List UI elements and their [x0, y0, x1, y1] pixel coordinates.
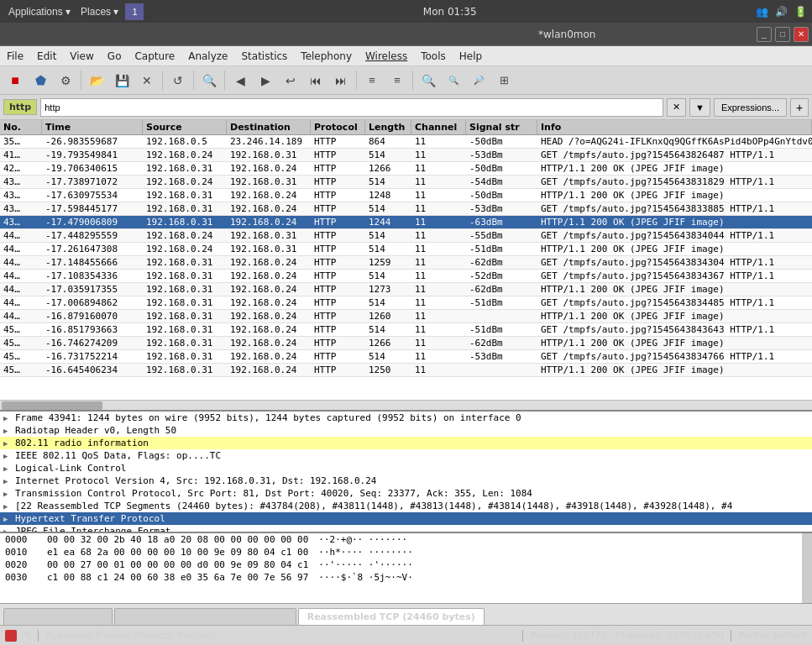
bottom-tab-2[interactable]: Reassembled TCP (24460 bytes)	[298, 608, 485, 625]
menu-item-capture[interactable]: Capture	[128, 49, 181, 64]
applications-menu[interactable]: Applications ▾	[5, 4, 74, 19]
col-header-destination[interactable]: Destination	[227, 120, 311, 134]
packet-cell: 192.168.0.5	[143, 135, 227, 148]
packet-cell: 43…	[0, 176, 42, 188]
minimize-button[interactable]: _	[757, 27, 772, 42]
filter-input[interactable]	[40, 98, 663, 117]
save-button[interactable]: 💾	[110, 69, 134, 92]
packet-cell: 192.168.0.24	[227, 296, 311, 309]
packet-row[interactable]: 44…-17.148455666192.168.0.31192.168.0.24…	[0, 256, 812, 270]
last-packet-button[interactable]: ⏭	[329, 69, 353, 92]
packet-cell: 11	[411, 350, 466, 363]
menu-item-file[interactable]: File	[0, 49, 30, 64]
menu-item-telephony[interactable]: Telephony	[294, 49, 359, 64]
h-scroll-thumb[interactable]	[2, 401, 102, 410]
packet-cell: 192.168.0.31	[143, 189, 227, 202]
menu-item-view[interactable]: View	[63, 49, 100, 64]
detail-row[interactable]: ▶Hypertext Transfer Protocol	[0, 512, 812, 525]
reload-button[interactable]: ↺	[166, 69, 190, 92]
menu-item-tools[interactable]: Tools	[414, 49, 453, 64]
detail-row[interactable]: ▶Logical-Link Control	[0, 462, 812, 475]
detail-row[interactable]: ▶802.11 radio information	[0, 437, 812, 449]
packet-row[interactable]: 43…-17.479006809192.168.0.31192.168.0.24…	[0, 216, 812, 229]
normal-size-button[interactable]: 🔎	[467, 69, 490, 92]
start-capture-button[interactable]: ⬟	[29, 69, 52, 92]
packet-row[interactable]: 41…-19.793549841192.168.0.24192.168.0.31…	[0, 149, 812, 162]
packet-row[interactable]: 44…-17.448295559192.168.0.24192.168.0.31…	[0, 229, 812, 243]
bottom-tab-0[interactable]: Frame (1244 bytes)	[3, 608, 113, 625]
packet-row[interactable]: 44…-17.006894862192.168.0.31192.168.0.24…	[0, 296, 812, 310]
packet-row[interactable]: 45…-16.645406234192.168.0.31192.168.0.24…	[0, 364, 812, 377]
bottom-tab-1[interactable]: Decrypted CCMP data (1144 bytes)	[114, 608, 296, 625]
menu-item-statistics[interactable]: Statistics	[234, 49, 294, 64]
horizontal-scrollbar[interactable]	[0, 400, 812, 410]
packet-row[interactable]: 44…-17.261647308192.168.0.24192.168.0.31…	[0, 243, 812, 256]
hex-vertical-scrollbar[interactable]	[802, 533, 812, 603]
go-forward-button[interactable]: ▶	[254, 69, 277, 92]
detail-row[interactable]: ▶Frame 43941: 1244 bytes on wire (9952 b…	[0, 412, 812, 424]
options-button[interactable]: ⚙	[54, 69, 77, 92]
hex-ascii: ····$·`8 ·5j~·~V·	[318, 572, 413, 583]
packet-row[interactable]: 43…-17.630975534192.168.0.31192.168.0.24…	[0, 189, 812, 202]
stop-capture-button[interactable]: ■	[3, 69, 27, 92]
status-profile: Profile: Default	[738, 630, 807, 641]
packet-row[interactable]: 43…-17.738971072192.168.0.24192.168.0.31…	[0, 176, 812, 189]
open-button[interactable]: 📂	[85, 69, 108, 92]
add-expression-button[interactable]: +	[790, 98, 809, 117]
expressions-button[interactable]: Expressions...	[714, 98, 787, 117]
col-header-info[interactable]: Info	[537, 120, 812, 134]
colorize-button[interactable]: ≡	[360, 69, 384, 92]
menu-item-edit[interactable]: Edit	[30, 49, 63, 64]
zoom-out-button[interactable]: 🔍	[442, 69, 465, 92]
workspace-button[interactable]: 1	[125, 3, 144, 20]
maximize-button[interactable]: □	[775, 27, 790, 42]
packet-row[interactable]: 35…-26.983559687192.168.0.523.246.14.189…	[0, 135, 812, 149]
col-header-length[interactable]: Length	[365, 120, 411, 134]
packet-row[interactable]: 44…-17.035917355192.168.0.31192.168.0.24…	[0, 283, 812, 296]
packet-cell: -51dBm	[466, 296, 537, 309]
col-header-protocol[interactable]: Protocol	[311, 120, 365, 134]
packet-cell: -63dBm	[466, 216, 537, 228]
col-header-time[interactable]: Time	[42, 120, 143, 134]
detail-row[interactable]: ▶JPEG File Interchange Format	[0, 525, 812, 532]
detail-row[interactable]: ▶Internet Protocol Version 4, Src: 192.1…	[0, 475, 812, 487]
menu-item-go[interactable]: Go	[101, 49, 128, 64]
close-button[interactable]: ✕	[794, 27, 809, 42]
col-header-channel[interactable]: Channel	[411, 120, 466, 134]
resize-columns-button[interactable]: ⊞	[492, 69, 516, 92]
detail-row[interactable]: ▶[22 Reassembled TCP Segments (24460 byt…	[0, 500, 812, 512]
packet-cell: 11	[411, 229, 466, 242]
zoom-in-button[interactable]: 🔍	[416, 69, 440, 92]
packet-row[interactable]: 44…-17.108354336192.168.0.31192.168.0.24…	[0, 270, 812, 283]
col-header-signal[interactable]: Signal str	[466, 120, 537, 134]
packet-row[interactable]: 42…-19.706340615192.168.0.31192.168.0.24…	[0, 162, 812, 176]
menu-item-wireless[interactable]: Wireless	[359, 49, 414, 64]
auto-scroll-button[interactable]: ≡	[385, 69, 409, 92]
packet-row[interactable]: 43…-17.598445177192.168.0.31192.168.0.24…	[0, 202, 812, 216]
filter-nav-button[interactable]: ▼	[689, 98, 710, 117]
find-button[interactable]: 🔍	[197, 69, 221, 92]
menu-item-analyze[interactable]: Analyze	[181, 49, 234, 64]
detail-row[interactable]: ▶Transmission Control Protocol, Src Port…	[0, 487, 812, 500]
packet-row[interactable]: 45…-16.851793663192.168.0.31192.168.0.24…	[0, 323, 812, 337]
places-menu[interactable]: Places ▾	[77, 4, 122, 19]
packet-cell: -16.851793663	[42, 323, 143, 336]
go-back-button[interactable]: ◀	[228, 69, 252, 92]
packet-row[interactable]: 45…-16.746274209192.168.0.31192.168.0.24…	[0, 337, 812, 350]
menu-item-help[interactable]: Help	[453, 49, 489, 64]
detail-text: Transmission Control Protocol, Src Port:…	[15, 488, 809, 499]
status-icon-edit[interactable]: ✎	[24, 630, 31, 641]
col-header-source[interactable]: Source	[143, 120, 227, 134]
packet-cell: HTTP/1.1 200 OK (JPEG JFIF image)	[537, 189, 812, 202]
detail-row[interactable]: ▶Radiotap Header v0, Length 50	[0, 424, 812, 437]
packet-row[interactable]: 45…-16.731752214192.168.0.31192.168.0.24…	[0, 350, 812, 364]
packet-cell: -53dBm	[466, 350, 537, 363]
close-file-button[interactable]: ✕	[135, 69, 159, 92]
col-header-no[interactable]: No.	[0, 120, 42, 134]
status-icon-stop[interactable]	[5, 630, 17, 642]
packet-row[interactable]: 44…-16.879160070192.168.0.31192.168.0.24…	[0, 310, 812, 323]
detail-row[interactable]: ▶IEEE 802.11 QoS Data, Flags: op....TC	[0, 449, 812, 462]
first-packet-button[interactable]: ⏮	[304, 69, 327, 92]
go-to-packet-button[interactable]: ↩	[279, 69, 302, 92]
filter-clear-button[interactable]: ✕	[667, 98, 686, 117]
